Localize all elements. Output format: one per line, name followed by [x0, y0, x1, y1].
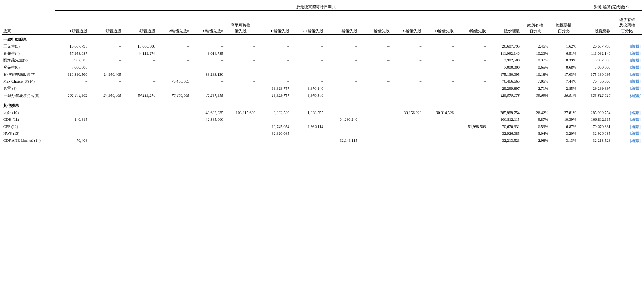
- row-cell: 7.44%: [550, 78, 578, 85]
- row-cell: –: [123, 109, 157, 116]
- row-cell: –: [291, 64, 325, 71]
- totalShares-col-header: 股份總數: [487, 11, 521, 35]
- row-cell: –: [225, 71, 257, 78]
- row-label: NWS (13): [2, 130, 55, 137]
- row-cell: 0.68%: [550, 64, 578, 71]
- row-cell: –: [359, 130, 391, 137]
- row-cell: 70,408: [55, 137, 89, 144]
- row-cell: 1.62%: [550, 43, 578, 50]
- row-cell: 175,130,095: [578, 71, 612, 78]
- row-cell: 26,607,795: [578, 43, 612, 50]
- class1-col-header: 1類普通股: [55, 11, 89, 35]
- row-cell: –: [291, 116, 325, 123]
- row-cell: [編纂]: [612, 50, 642, 57]
- row-cell: 10.39%: [550, 116, 578, 123]
- row-cell: [編纂]: [612, 116, 642, 123]
- row-cell: 0.65%: [521, 64, 550, 71]
- row-cell: –: [191, 57, 225, 64]
- highConvert-col-header: 高級可轉換優先股: [225, 11, 257, 35]
- table-row: 劉海燕先生(5)3,982,580––––––––––––3,982,5800.…: [2, 57, 642, 64]
- row-cell: –: [325, 64, 359, 71]
- row-cell: –: [325, 92, 359, 99]
- row-cell: 76,466,665: [578, 78, 612, 85]
- row-cell: –: [455, 64, 487, 71]
- row-cell: 32,213,523: [487, 137, 521, 144]
- row-cell: –: [89, 50, 123, 57]
- row-label: CDF ANE Limited (14): [2, 137, 55, 144]
- row-cell: –: [291, 50, 325, 57]
- row-cell: 32,213,523: [578, 137, 612, 144]
- row-cell: 10.26%: [521, 50, 550, 57]
- row-cell: [編纂]: [612, 64, 642, 71]
- row-cell: 2.98%: [521, 137, 550, 144]
- row-label: 秦先生(4): [2, 50, 55, 57]
- totalPctAfter-col-header: 總所有權及投票權百分比: [612, 11, 642, 35]
- row-cell: –: [225, 50, 257, 57]
- table-row: 一致行動股東合計(9)202,444,96224,950,46554,119,2…: [2, 92, 642, 99]
- table-row: 大鉦 (10)––––43,682,235103,115,6308,982,58…: [2, 109, 642, 116]
- row-cell: –: [391, 57, 423, 64]
- row-cell: 0.39%: [550, 57, 578, 64]
- row-cell: 429,579,178: [487, 92, 521, 99]
- row-cell: 27.81%: [550, 109, 578, 116]
- row-cell: –: [455, 50, 487, 57]
- row-cell: –: [359, 92, 391, 99]
- row-cell: 26.42%: [521, 109, 550, 116]
- table-body: 一致行動股東 王先生(3)16,607,795–10,000,000––––––…: [2, 34, 642, 144]
- row-cell: –: [257, 64, 291, 71]
- row-cell: –: [89, 78, 123, 85]
- row-label: 大鉦 (10): [2, 109, 55, 116]
- row-cell: [編纂]: [612, 57, 642, 64]
- row-cell: 43,682,235: [191, 109, 225, 116]
- main-period-header: 於最後實際可行日期(1): [55, 4, 578, 11]
- row-cell: –: [325, 85, 359, 92]
- row-cell: –: [423, 85, 455, 92]
- row-cell: 36.51%: [550, 92, 578, 99]
- row-cell: 7,000,000: [487, 64, 521, 71]
- row-cell: –: [325, 71, 359, 78]
- row-cell: –: [191, 78, 225, 85]
- row-cell: –: [391, 123, 423, 130]
- row-cell: –: [257, 50, 291, 57]
- row-cell: –: [359, 109, 391, 116]
- row-cell: –: [123, 78, 157, 85]
- row-cell: 6.87%: [550, 123, 578, 130]
- row-cell: 285,989,754: [487, 109, 521, 116]
- row-cell: –: [359, 64, 391, 71]
- row-cell: 42,297,915: [191, 92, 225, 99]
- empty-corner: [2, 4, 55, 11]
- row-label: 氪雷 (8): [2, 85, 55, 92]
- row-cell: –: [225, 57, 257, 64]
- row-cell: 32,926,085: [257, 130, 291, 137]
- row-cell: 64,286,240: [325, 116, 359, 123]
- row-cell: –: [191, 64, 225, 71]
- row-cell: –: [359, 85, 391, 92]
- row-cell: 3,982,580: [487, 57, 521, 64]
- row-cell: 7,000,000: [578, 64, 612, 71]
- row-cell: 42,385,060: [191, 116, 225, 123]
- row-cell: –: [191, 130, 225, 137]
- concerted-section-header: 一致行動股東: [2, 34, 642, 43]
- row-cell: –: [423, 50, 455, 57]
- row-cell: 9,970,140: [291, 92, 325, 99]
- table-row: Max Choice (8)(14)–––76,466,665–––––––––…: [2, 78, 642, 85]
- row-cell: 3,982,580: [55, 57, 89, 64]
- row-cell: –: [191, 43, 225, 50]
- row-cell: 9.87%: [521, 116, 550, 123]
- row-cell: 175,130,095: [487, 71, 521, 78]
- row-cell: 6.53%: [521, 123, 550, 130]
- seriesG-col-header: G輪優先股: [391, 11, 423, 35]
- row-cell: –: [55, 85, 89, 92]
- row-label: CPE (12): [2, 123, 55, 130]
- row-cell: 1,936,114: [291, 123, 325, 130]
- table-row: NWS (13)––––––32,926,085––––––32,926,085…: [2, 130, 642, 137]
- row-cell: –: [123, 85, 157, 92]
- row-cell: 57,958,087: [55, 50, 89, 57]
- row-cell: –: [359, 78, 391, 85]
- row-cell: –: [89, 109, 123, 116]
- row-cell: 19,329,757: [257, 92, 291, 99]
- row-cell: 8,982,580: [257, 109, 291, 116]
- row-cell: –: [423, 78, 455, 85]
- seriesI-col-header: I輪優先股: [455, 11, 487, 35]
- row-cell: 202,444,962: [55, 92, 89, 99]
